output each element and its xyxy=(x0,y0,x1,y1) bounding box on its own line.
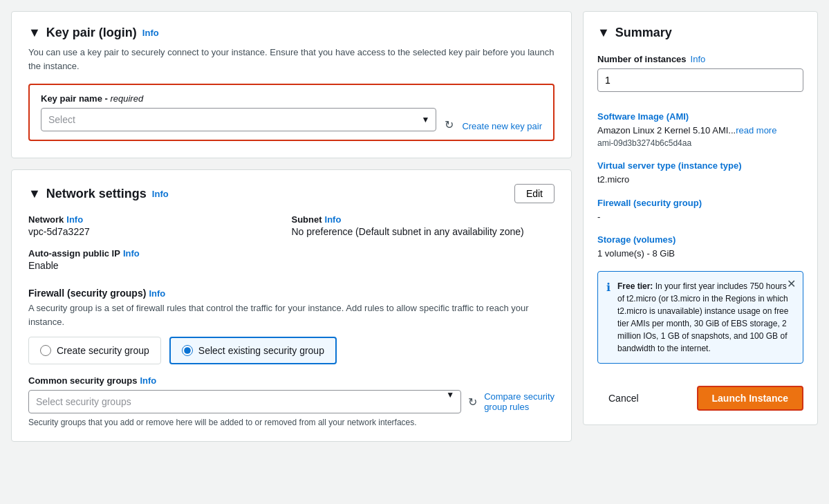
summary-instance-type: Virtual server type (instance type) t2.m… xyxy=(597,160,803,186)
keypair-refresh-icon[interactable]: ↻ xyxy=(445,118,454,131)
keypair-field-group: Key pair name - required Select ▼ xyxy=(41,93,436,131)
keypair-info-link[interactable]: Info xyxy=(142,28,159,38)
network-info-grid: Network Info vpc-5d7a3227 Subnet Info No… xyxy=(28,214,555,282)
keypair-card: ▼ Key pair (login) Info You can use a ke… xyxy=(11,11,572,158)
network-header: ▼ Network settings Info Edit xyxy=(28,184,555,203)
keypair-select[interactable]: Select xyxy=(41,108,436,131)
summary-ami: Software Image (AMI) Amazon Linux 2 Kern… xyxy=(597,111,803,149)
sg-refresh-icon[interactable]: ↻ xyxy=(468,395,477,409)
keypair-select-wrapper: Select ▼ xyxy=(41,108,436,131)
network-subnet-value: No preference (Default subnet in any ava… xyxy=(292,226,555,237)
launch-instance-button[interactable]: Launch Instance xyxy=(697,386,803,411)
sg-select-row: Select security groups ▼ ↻ Compare secur… xyxy=(28,390,555,413)
create-keypair-link[interactable]: Create new key pair xyxy=(462,121,542,131)
summary-firewall-label[interactable]: Firewall (security group) xyxy=(597,198,803,208)
free-tier-box: ℹ Free tier: In your first year includes… xyxy=(597,271,803,364)
ami-id: ami-09d3b3274b6c5d4aa xyxy=(597,138,691,148)
action-row: Cancel Launch Instance xyxy=(597,377,803,411)
network-edit-button[interactable]: Edit xyxy=(514,184,555,203)
instance-type-value: t2.micro xyxy=(597,174,803,186)
free-tier-text: Free tier: In your first year includes 7… xyxy=(617,280,794,355)
network-network-item: Network Info vpc-5d7a3227 xyxy=(28,214,292,237)
ami-label[interactable]: Software Image (AMI) xyxy=(597,111,803,122)
network-triangle: ▼ xyxy=(28,187,41,201)
summary-storage: Storage (volumes) 1 volume(s) - 8 GiB xyxy=(597,234,803,260)
network-ip-value: Enable xyxy=(28,260,292,271)
sg-select-wrapper: Select security groups ▼ xyxy=(28,390,461,413)
radio-select-sg-input[interactable] xyxy=(182,345,193,356)
storage-label[interactable]: Storage (volumes) xyxy=(597,234,803,245)
summary-firewall-value: - xyxy=(597,211,803,223)
network-subnet-item: Subnet Info No preference (Default subne… xyxy=(292,214,555,237)
compare-sg-link[interactable]: Compare security group rules xyxy=(484,391,555,412)
summary-instances: Number of instances Info xyxy=(597,54,803,100)
radio-select-sg[interactable]: Select existing security group xyxy=(169,337,337,364)
storage-value: 1 volume(s) - 8 GiB xyxy=(597,248,803,260)
cancel-button[interactable]: Cancel xyxy=(597,387,650,409)
keypair-description: You can use a key pair to securely conne… xyxy=(28,46,555,73)
firewall-info-link[interactable]: Info xyxy=(149,288,165,299)
keypair-header: ▼ Key pair (login) Info xyxy=(28,26,555,40)
firewall-section: Firewall (security groups) Info A securi… xyxy=(28,288,555,427)
ami-read-more-link[interactable]: read more xyxy=(736,125,776,136)
network-network-value: vpc-5d7a3227 xyxy=(28,226,292,237)
firewall-description: A security group is a set of firewall ru… xyxy=(28,301,555,328)
summary-sidebar: ▼ Summary Number of instances Info Softw… xyxy=(583,11,818,493)
radio-create-sg-input[interactable] xyxy=(40,345,51,356)
summary-triangle: ▼ xyxy=(597,26,610,40)
keypair-title: ▼ Key pair (login) Info xyxy=(28,26,159,40)
summary-title: ▼ Summary xyxy=(597,26,803,40)
ami-value: Amazon Linux 2 Kernel 5.10 AMI...read mo… xyxy=(597,124,803,149)
instances-info-link[interactable]: Info xyxy=(691,54,706,64)
free-tier-close-button[interactable]: ✕ xyxy=(787,277,796,290)
network-card: ▼ Network settings Info Edit Network Inf… xyxy=(11,169,572,442)
network-ip-info[interactable]: Info xyxy=(123,248,140,259)
network-subnet-info[interactable]: Info xyxy=(325,214,342,225)
network-info-link[interactable]: Info xyxy=(152,189,169,199)
network-ip-item: Auto-assign public IP Info Enable xyxy=(28,248,292,271)
sg-select[interactable]: Select security groups xyxy=(28,390,461,413)
summary-firewall: Firewall (security group) - xyxy=(597,198,803,223)
sg-note: Security groups that you add or remove h… xyxy=(28,418,555,427)
keypair-field-label: Key pair name - required xyxy=(41,93,436,104)
firewall-radio-group: Create security group Select existing se… xyxy=(28,337,555,364)
instance-type-label[interactable]: Virtual server type (instance type) xyxy=(597,160,803,171)
instances-input[interactable] xyxy=(597,68,803,92)
summary-card: ▼ Summary Number of instances Info Softw… xyxy=(583,11,818,425)
free-tier-icon: ℹ xyxy=(606,281,611,355)
network-network-info[interactable]: Info xyxy=(66,214,83,225)
keypair-box: Key pair name - required Select ▼ ↻ Crea… xyxy=(28,84,555,141)
radio-create-sg[interactable]: Create security group xyxy=(28,337,161,364)
common-sg-info-link[interactable]: Info xyxy=(140,375,156,386)
network-title: ▼ Network settings Info xyxy=(28,187,169,201)
keypair-triangle: ▼ xyxy=(28,26,41,40)
